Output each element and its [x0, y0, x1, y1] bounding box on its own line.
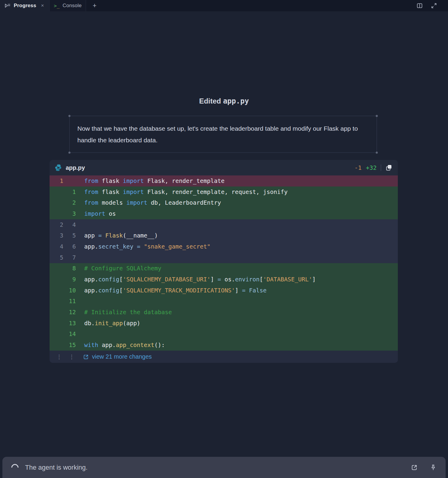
code-token: db, LeaderboardEntry	[147, 199, 221, 206]
view-more-changes-link[interactable]: view 21 more changes	[83, 353, 152, 360]
status-text: The agent is working.	[25, 464, 88, 471]
code-token: ():	[154, 342, 165, 349]
code-token	[133, 243, 137, 250]
gutter-ellipsis-old: ⋮	[50, 354, 62, 360]
diff-row: 3import os	[50, 208, 398, 219]
code-token: 'DATABASE_URL'	[263, 276, 312, 283]
page-title: Edited app.py	[0, 97, 448, 105]
progress-icon	[4, 2, 11, 9]
diff-row: 15with app.app_context():	[50, 340, 398, 351]
code-token: config	[98, 287, 119, 294]
code-token: 'SQLALCHEMY_DATABASE_URI'	[123, 276, 211, 283]
code-token: from	[84, 189, 98, 195]
code-token: import	[126, 199, 147, 206]
code-line: app.secret_key = "snake_game_secret"	[76, 243, 211, 250]
tab-progress[interactable]: Progress ×	[0, 0, 49, 11]
view-more-changes-label: view 21 more changes	[92, 353, 152, 360]
diff-card-header: app.py -1 +32	[50, 160, 398, 175]
line-number-new: 3	[63, 210, 76, 217]
code-token: models	[98, 199, 126, 206]
code-token: "snake_game_secret"	[144, 243, 211, 250]
agent-note-text: Now that we have the database set up, le…	[77, 125, 358, 144]
code-token: =	[98, 232, 102, 239]
code-line: app.config['SQLALCHEMY_DATABASE_URI'] = …	[76, 276, 316, 283]
code-token: =	[242, 287, 246, 294]
copy-icon[interactable]	[385, 164, 392, 171]
line-number-new: 1	[63, 189, 76, 195]
code-token: (app)	[123, 320, 140, 327]
code-line: from flask import Flask, render_template…	[76, 189, 288, 195]
open-diff-icon	[83, 354, 89, 360]
code-token: app.	[84, 243, 98, 250]
code-token: config	[98, 276, 119, 283]
code-token: flask	[98, 178, 123, 184]
diff-row: 2from models import db, LeaderboardEntry	[50, 197, 398, 208]
code-line: app.config['SQLALCHEMY_TRACK_MODIFICATIO…	[76, 287, 267, 294]
code-token: [	[260, 276, 263, 283]
diff-filename: app.py	[66, 164, 85, 171]
status-bar: The agent is working.	[2, 457, 446, 478]
code-token	[140, 243, 144, 250]
code-token: [	[119, 276, 123, 283]
code-token: import	[84, 210, 105, 217]
code-token	[246, 287, 249, 294]
tab-console-label: Console	[63, 3, 82, 9]
line-number-new: 6	[63, 243, 76, 250]
code-line: import os	[76, 210, 116, 217]
pin-icon[interactable]	[430, 464, 437, 471]
diff-row: 1from flask import Flask, render_templat…	[50, 175, 398, 186]
code-token: app.	[84, 287, 98, 294]
diff-row: 12# Initialize the database	[50, 307, 398, 318]
code-line: # Configure SQLAlchemy	[76, 265, 161, 272]
code-token: =	[217, 276, 221, 283]
line-number-old: 1	[51, 178, 63, 184]
gutter-ellipsis-new: ⋮	[62, 354, 75, 360]
code-line: db.init_app(app)	[76, 320, 140, 327]
terminal-icon: >_	[54, 2, 59, 9]
new-tab-button[interactable]: +	[86, 0, 103, 11]
diff-row: 11	[50, 296, 398, 307]
line-number-new: 13	[63, 320, 76, 327]
code-token: from	[84, 199, 98, 206]
code-token: import	[123, 178, 144, 184]
code-token	[102, 232, 105, 239]
open-external-icon[interactable]	[411, 464, 418, 471]
line-number-new: 8	[63, 265, 76, 272]
diff-card: app.py -1 +32 1from flask import Flask, …	[50, 160, 398, 363]
code-token: os	[105, 210, 116, 217]
page-title-filename: app.py	[223, 97, 249, 105]
line-number-new: 7	[63, 254, 76, 261]
code-line: from flask import Flask, render_template	[76, 178, 225, 184]
code-token: # Configure SQLAlchemy	[84, 265, 161, 272]
diff-card-footer: ⋮ ⋮ view 21 more changes	[50, 351, 398, 363]
code-token: Flask, render_template	[144, 178, 225, 184]
split-view-icon[interactable]	[416, 2, 423, 9]
close-tab-icon[interactable]: ×	[40, 2, 45, 9]
code-token: app_context	[116, 342, 154, 349]
tab-console[interactable]: >_ Console	[49, 0, 86, 11]
selection-handle-dot	[376, 152, 378, 154]
line-number-new: 4	[63, 221, 76, 228]
code-token: app.	[98, 342, 116, 349]
code-token: init_app	[95, 320, 123, 327]
line-number-new: 5	[63, 232, 76, 239]
line-number-old: 3	[51, 232, 63, 239]
diff-row: 10app.config['SQLALCHEMY_TRACK_MODIFICAT…	[50, 285, 398, 296]
code-token: (__name__)	[123, 232, 158, 239]
diff-row: 24	[50, 219, 398, 230]
code-token: environ	[235, 276, 260, 283]
expand-icon[interactable]	[431, 2, 437, 9]
code-token: ]	[235, 287, 242, 294]
code-token: app	[84, 232, 98, 239]
code-token: flask	[98, 189, 123, 195]
code-line: app = Flask(__name__)	[76, 232, 158, 239]
code-line: with app.app_context():	[76, 342, 165, 349]
diff-row: 14	[50, 329, 398, 340]
diff-row: 13db.init_app(app)	[50, 318, 398, 329]
line-number-old: 2	[51, 221, 63, 228]
tab-progress-label: Progress	[14, 3, 36, 9]
line-number-new: 2	[63, 199, 76, 206]
diff-row: 8# Configure SQLAlchemy	[50, 263, 398, 274]
diff-row: 1from flask import Flask, render_templat…	[50, 186, 398, 198]
code-token: from	[84, 178, 98, 184]
